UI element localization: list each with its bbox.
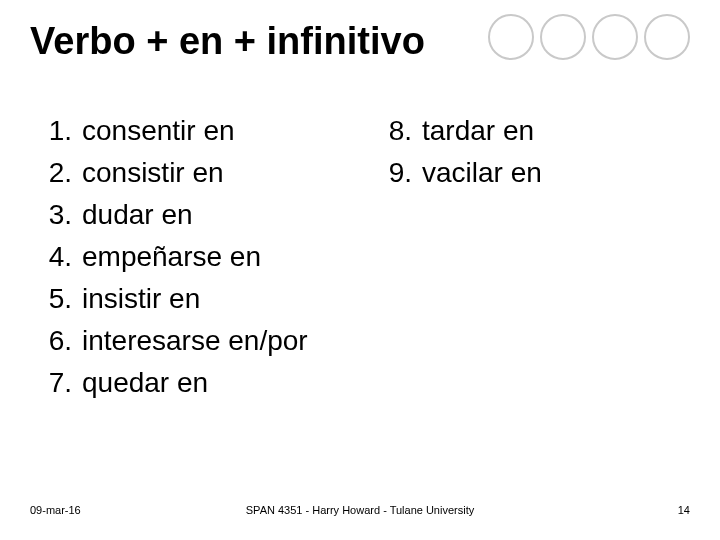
list-item: 2. consistir en [30, 152, 370, 194]
left-column: 1. consentir en 2. consistir en 3. dudar… [30, 110, 370, 404]
content-columns: 1. consentir en 2. consistir en 3. dudar… [30, 110, 690, 404]
item-number: 9. [370, 152, 422, 194]
item-text: consistir en [82, 152, 224, 194]
right-column: 8. tardar en 9. vacilar en [370, 110, 670, 404]
item-text: vacilar en [422, 152, 542, 194]
item-text: interesarse en/por [82, 320, 308, 362]
item-number: 8. [370, 110, 422, 152]
list-item: 6. interesarse en/por [30, 320, 370, 362]
footer-center: SPAN 4351 - Harry Howard - Tulane Univer… [30, 504, 690, 516]
item-text: quedar en [82, 362, 208, 404]
list-item: 9. vacilar en [370, 152, 670, 194]
slide: Verbo + en + infinitivo 1. consentir en … [0, 0, 720, 540]
circle-icon [488, 14, 534, 60]
item-number: 5. [30, 278, 82, 320]
slide-title: Verbo + en + infinitivo [30, 20, 425, 63]
list-item: 1. consentir en [30, 110, 370, 152]
item-text: dudar en [82, 194, 193, 236]
decorative-circles [488, 14, 690, 60]
circle-icon [592, 14, 638, 60]
footer: 09-mar-16 SPAN 4351 - Harry Howard - Tul… [30, 504, 690, 520]
list-item: 8. tardar en [370, 110, 670, 152]
item-text: tardar en [422, 110, 534, 152]
item-number: 4. [30, 236, 82, 278]
item-number: 6. [30, 320, 82, 362]
list-item: 4. empeñarse en [30, 236, 370, 278]
item-number: 1. [30, 110, 82, 152]
item-number: 3. [30, 194, 82, 236]
list-item: 5. insistir en [30, 278, 370, 320]
list-item: 3. dudar en [30, 194, 370, 236]
item-number: 7. [30, 362, 82, 404]
item-number: 2. [30, 152, 82, 194]
item-text: consentir en [82, 110, 235, 152]
circle-icon [540, 14, 586, 60]
item-text: insistir en [82, 278, 200, 320]
footer-page: 14 [678, 504, 690, 516]
list-item: 7. quedar en [30, 362, 370, 404]
item-text: empeñarse en [82, 236, 261, 278]
circle-icon [644, 14, 690, 60]
